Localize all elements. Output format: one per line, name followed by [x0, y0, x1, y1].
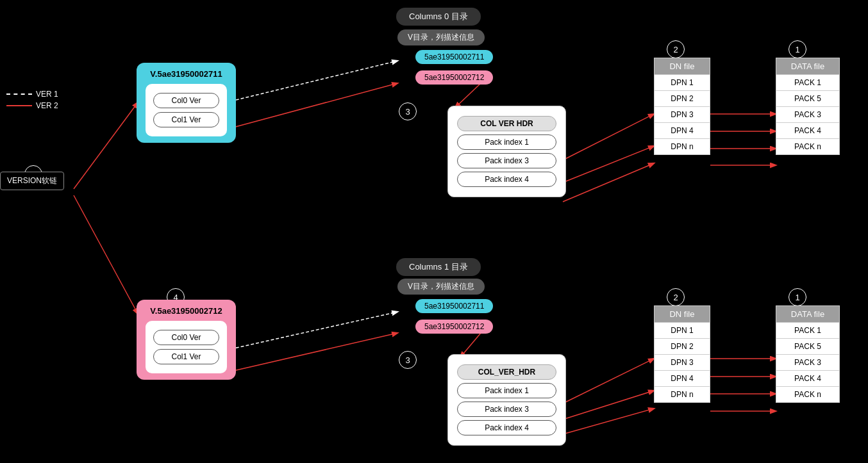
top-dn-header: DN file — [655, 58, 710, 74]
badge-1-bot: 1 — [789, 288, 806, 306]
bot-pack-index-1: Pack index 1 — [457, 383, 556, 398]
top-ver-node: V.5ae31950002711 Col0 Ver Col1 Ver — [137, 63, 236, 143]
svg-line-4 — [231, 312, 397, 349]
bot-pack-index-3: Pack index 3 — [457, 402, 556, 417]
svg-line-1 — [74, 195, 138, 314]
bot-hash-pink: 5ae31950002712 — [415, 320, 493, 334]
svg-line-17 — [563, 409, 654, 434]
legend-ver1: VER 1 — [6, 90, 58, 99]
bot-data-row-4: PACK 4 — [776, 370, 839, 386]
svg-line-0 — [74, 102, 138, 189]
top-col-ver-hdr: COL VER HDR — [457, 116, 556, 131]
top-ver-node-title: V.5ae31950002711 — [146, 69, 227, 79]
top-ver-desc: V目录，列描述信息 — [397, 29, 485, 45]
svg-line-10 — [563, 163, 654, 202]
badge-3-top: 3 — [399, 102, 417, 120]
top-pack-index-3: Pack index 3 — [457, 153, 556, 168]
top-col-dir-title: Columns 0 目录 — [396, 8, 481, 26]
top-data-row-1: PACK 1 — [776, 74, 839, 90]
top-data-row-3: PACK 3 — [776, 106, 839, 122]
top-col1-ver: Col1 Ver — [153, 112, 219, 127]
svg-line-9 — [563, 146, 654, 183]
top-dn-box: DN file DPN 1 DPN 2 DPN 3 DPN 4 DPN n — [654, 58, 710, 155]
bot-dn-row-2: DPN 2 — [655, 338, 710, 354]
ver1-line-icon — [6, 93, 32, 95]
bot-ver-node: V.5ae31950002712 Col0 Ver Col1 Ver — [137, 300, 236, 380]
version-softlink-box: VERSION软链 — [0, 172, 64, 190]
bot-data-row-n: PACK n — [776, 386, 839, 402]
svg-line-2 — [231, 61, 397, 101]
bot-dn-header: DN file — [655, 306, 710, 322]
ver2-line-icon — [6, 105, 32, 106]
legend: VER 1 VER 2 — [6, 90, 58, 113]
top-dn-row-1: DPN 1 — [655, 74, 710, 90]
badge-2-top: 2 — [667, 40, 685, 58]
bot-dn-box: DN file DPN 1 DPN 2 DPN 3 DPN 4 DPN n — [654, 305, 710, 403]
top-col0-ver: Col0 Ver — [153, 93, 219, 108]
top-hash-pink: 5ae31950002712 — [415, 70, 493, 85]
top-col-ver-box: COL VER HDR Pack index 1 Pack index 3 Pa… — [447, 106, 566, 197]
badge-1-top: 1 — [789, 40, 806, 58]
legend-ver2: VER 2 — [6, 101, 58, 110]
svg-line-16 — [563, 391, 654, 419]
top-data-box: DATA file PACK 1 PACK 5 PACK 3 PACK 4 PA… — [776, 58, 840, 155]
arrows-svg — [0, 0, 868, 463]
badge-2-bot: 2 — [667, 288, 685, 306]
bot-data-header: DATA file — [776, 306, 839, 322]
svg-line-15 — [563, 359, 654, 403]
ver1-label: VER 1 — [36, 90, 58, 99]
bot-data-box: DATA file PACK 1 PACK 5 PACK 3 PACK 4 PA… — [776, 305, 840, 403]
top-data-row-2: PACK 5 — [776, 90, 839, 106]
bot-data-row-3: PACK 3 — [776, 354, 839, 370]
top-pack-index-1: Pack index 1 — [457, 134, 556, 150]
top-ver-node-inner: Col0 Ver Col1 Ver — [146, 84, 227, 136]
svg-line-3 — [231, 83, 397, 128]
bot-hash-cyan: 5ae31950002711 — [415, 299, 493, 313]
bot-col-ver-hdr: COL_VER_HDR — [457, 364, 556, 380]
bot-col-dir-title: Columns 1 目录 — [396, 258, 481, 276]
top-dn-row-n: DPN n — [655, 138, 710, 154]
bot-dn-row-n: DPN n — [655, 386, 710, 402]
bot-dn-row-3: DPN 3 — [655, 354, 710, 370]
top-data-row-4: PACK 4 — [776, 122, 839, 138]
bot-data-row-2: PACK 5 — [776, 338, 839, 354]
top-data-header: DATA file — [776, 58, 839, 74]
diagram-container: VER 1 VER 2 5 VERSION软链 4 V.5ae319500027… — [0, 0, 868, 463]
top-pack-index-4: Pack index 4 — [457, 172, 556, 187]
top-hash-cyan: 5ae31950002711 — [415, 50, 493, 64]
bot-ver-node-title: V.5ae31950002712 — [146, 306, 227, 316]
bot-pack-index-4: Pack index 4 — [457, 420, 556, 435]
badge-3-bot: 3 — [399, 351, 417, 369]
svg-line-6 — [455, 83, 481, 108]
bot-ver-desc: V目录，列描述信息 — [397, 279, 485, 295]
bot-col1-ver: Col1 Ver — [153, 349, 219, 364]
bot-col-ver-box: COL_VER_HDR Pack index 1 Pack index 3 Pa… — [447, 354, 566, 446]
top-dn-row-4: DPN 4 — [655, 122, 710, 138]
top-dn-row-3: DPN 3 — [655, 106, 710, 122]
svg-line-8 — [563, 114, 654, 160]
top-data-row-n: PACK n — [776, 138, 839, 154]
svg-line-5 — [231, 333, 397, 371]
ver2-label: VER 2 — [36, 101, 58, 110]
bot-dn-row-1: DPN 1 — [655, 322, 710, 338]
bot-data-row-1: PACK 1 — [776, 322, 839, 338]
top-dn-row-2: DPN 2 — [655, 90, 710, 106]
bot-dn-row-4: DPN 4 — [655, 370, 710, 386]
bot-ver-node-inner: Col0 Ver Col1 Ver — [146, 321, 227, 373]
bot-col0-ver: Col0 Ver — [153, 330, 219, 345]
